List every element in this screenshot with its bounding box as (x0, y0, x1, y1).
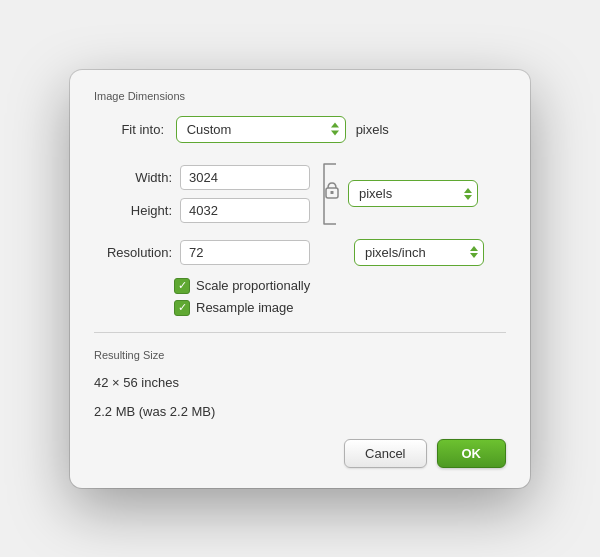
cancel-button[interactable]: Cancel (344, 439, 426, 468)
width-label: Width: (104, 170, 172, 185)
buttons-row: Cancel OK (94, 439, 506, 468)
width-input[interactable] (180, 165, 310, 190)
fit-into-label: Fit into: (104, 122, 164, 137)
resulting-size-section: Resulting Size 42 × 56 inches 2.2 MB (wa… (94, 349, 506, 419)
section-title: Image Dimensions (94, 90, 506, 102)
resulting-size-title: Resulting Size (94, 349, 506, 361)
resolution-unit-select[interactable]: pixels/inch pixels/cm (354, 239, 484, 266)
resulting-dimensions-text: 42 × 56 inches (94, 375, 506, 390)
fit-into-row: Fit into: Custom Fit Width Fit Height Fi… (94, 116, 506, 143)
resample-image-label: Resample image (196, 300, 294, 315)
resample-image-checkbox[interactable]: ✓ (174, 300, 190, 316)
height-row: Height: (104, 198, 310, 223)
resulting-file-size-text: 2.2 MB (was 2.2 MB) (94, 404, 506, 419)
height-label: Height: (104, 203, 172, 218)
lock-bracket-area (318, 159, 340, 229)
lock-bracket-svg (318, 159, 340, 229)
resolution-unit-select-wrapper: pixels/inch pixels/cm (354, 239, 484, 266)
unit-select[interactable]: pixels inches cm mm percent (348, 180, 478, 207)
resample-checkmark-icon: ✓ (178, 302, 187, 313)
height-input[interactable] (180, 198, 310, 223)
image-dimensions-section: Image Dimensions Fit into: Custom Fit Wi… (94, 90, 506, 143)
unit-select-wrapper: pixels inches cm mm percent (348, 180, 478, 207)
resolution-row: Resolution: pixels/inch pixels/cm (104, 239, 506, 266)
scale-proportionally-checkbox[interactable]: ✓ (174, 278, 190, 294)
width-row: Width: (104, 165, 310, 190)
fit-into-suffix: pixels (356, 122, 389, 137)
resolution-input[interactable] (180, 240, 310, 265)
scale-proportionally-label: Scale proportionally (196, 278, 310, 293)
dimensions-area: Width: Height: pixels inches (104, 159, 506, 229)
scale-checkmark-icon: ✓ (178, 280, 187, 291)
resolution-label: Resolution: (104, 245, 172, 260)
image-dimensions-dialog: Image Dimensions Fit into: Custom Fit Wi… (70, 70, 530, 488)
ok-button[interactable]: OK (437, 439, 507, 468)
checkboxes-area: ✓ Scale proportionally ✓ Resample image (174, 278, 506, 316)
resample-image-row[interactable]: ✓ Resample image (174, 300, 506, 316)
fit-into-select[interactable]: Custom Fit Width Fit Height Fit Both (176, 116, 346, 143)
scale-proportionally-row[interactable]: ✓ Scale proportionally (174, 278, 506, 294)
fit-into-select-wrapper: Custom Fit Width Fit Height Fit Both (176, 116, 346, 143)
wh-fields: Width: Height: (104, 165, 310, 223)
svg-rect-1 (331, 191, 334, 194)
section-divider (94, 332, 506, 333)
